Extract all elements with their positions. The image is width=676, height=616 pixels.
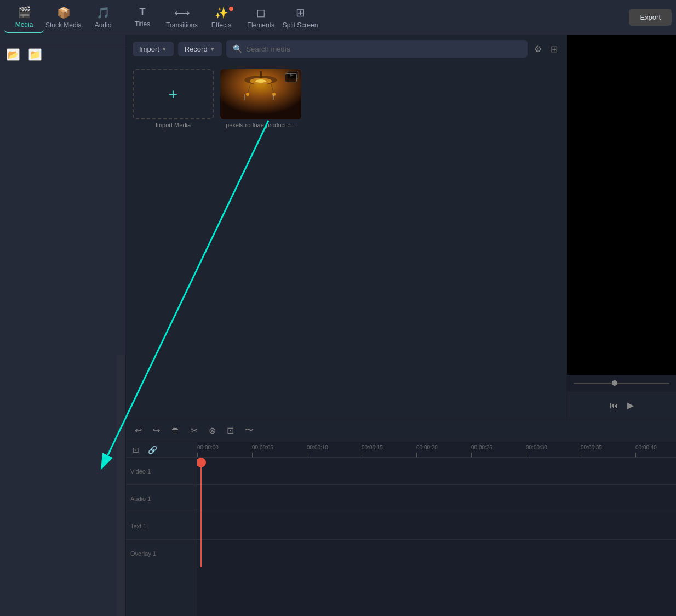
media-icon: 🎬: [18, 5, 31, 19]
export-button[interactable]: Export: [629, 9, 672, 26]
record-button[interactable]: Record ▼: [178, 42, 222, 56]
track-content-area: [197, 458, 676, 567]
effects-notification-dot: [229, 7, 233, 11]
track-row-audio: [197, 485, 676, 512]
waveform-button[interactable]: 〜: [243, 423, 256, 438]
nav-effects[interactable]: ✨ Effects: [202, 2, 241, 33]
top-navigation: 🎬 Media 📦 Stock Media 🎵 Audio T Titles ⟷…: [0, 0, 676, 35]
list-item[interactable]: pexels-rodnae-productio...: [220, 69, 301, 128]
nav-split-screen-label: Split Screen: [283, 21, 318, 29]
track-row-text: [197, 512, 676, 540]
crop-button[interactable]: ⊡: [225, 423, 236, 438]
sidebar-item-project-media[interactable]: ▼ Project Media (1): [2, 40, 123, 44]
content-area: Import ▼ Record ▼ 🔍 ⚙ ⊞: [126, 35, 676, 616]
nav-transitions[interactable]: ⟷ Transitions: [162, 2, 202, 33]
add-folder-button[interactable]: 📁: [28, 48, 42, 61]
timeline: ↩ ↪ 🗑 ✂ ⊗ ⊡ 〜 ⊡ 🔗: [126, 419, 676, 616]
transitions-icon: ⟷: [174, 6, 190, 19]
svg-rect-10: [273, 94, 274, 100]
nav-audio-label: Audio: [95, 21, 112, 29]
nav-media-label: Media: [15, 21, 33, 28]
fit-to-screen-button[interactable]: ⊡: [130, 443, 141, 457]
delete-button[interactable]: 🗑: [169, 424, 182, 438]
split-screen-icon: ⊞: [296, 6, 305, 19]
track-labels: ⊡ 🔗 Video 1 Audio 1 Text 1 Overlay 1: [126, 442, 197, 616]
redo-button[interactable]: ↪: [151, 423, 162, 438]
nav-stock-media[interactable]: 📦 Stock Media: [44, 2, 83, 33]
upper-area: Import ▼ Record ▼ 🔍 ⚙ ⊞: [126, 35, 676, 419]
preview-panel: ⏮ ▶: [566, 35, 676, 419]
nav-split-screen[interactable]: ⊞ Split Screen: [280, 2, 320, 33]
import-placeholder-thumb[interactable]: +: [133, 69, 214, 119]
svg-rect-9: [244, 94, 245, 100]
plus-icon: +: [169, 85, 177, 103]
ruler-mark-1: 00:00:05: [252, 444, 307, 457]
playhead[interactable]: [200, 458, 202, 567]
ruler-mark-0: 00:00:00: [197, 444, 252, 457]
step-back-button[interactable]: ⏮: [610, 401, 618, 410]
svg-point-7: [246, 93, 249, 96]
link-clips-button[interactable]: 🔗: [146, 443, 159, 457]
video-label: pexels-rodnae-productio...: [220, 122, 301, 128]
search-icon: 🔍: [233, 44, 242, 53]
ruler-marks-container: 00:00:00 00:00:05 00:00:10 00:00:15 00:0…: [197, 442, 676, 457]
preview-controls: ⏮ ▶: [567, 391, 676, 419]
media-browser: Import ▼ Record ▼ 🔍 ⚙ ⊞: [126, 35, 566, 419]
sidebar-collapse-button[interactable]: ◀: [117, 355, 125, 616]
audio-icon: 🎵: [96, 6, 110, 19]
nav-effects-label: Effects: [211, 21, 231, 29]
open-folder-button[interactable]: 📂: [7, 48, 20, 61]
track-label-video: Video 1: [126, 458, 197, 485]
search-input[interactable]: [247, 45, 521, 53]
elements-icon: ◻: [256, 6, 266, 19]
ruler-mark-6: 00:00:30: [526, 444, 581, 457]
track-row-video: [197, 458, 676, 485]
ruler-mark-4: 00:00:20: [416, 444, 471, 457]
volume-thumb[interactable]: [612, 380, 617, 386]
nav-titles-label: Titles: [135, 20, 150, 28]
timeline-controls-row: ⊡ 🔗: [126, 442, 197, 458]
video-thumbnail-image: [220, 69, 301, 119]
stock-media-icon: 📦: [57, 6, 71, 19]
ruler-mark-2: 00:00:10: [307, 444, 362, 457]
sidebar: ▼ Project Media (1) Folder (1) ▶ Shared …: [0, 35, 126, 616]
grid-view-button[interactable]: ⊞: [548, 42, 560, 56]
import-chevron-icon: ▼: [162, 46, 167, 52]
nav-elements[interactable]: ◻ Elements: [241, 2, 280, 33]
volume-slider-area: [567, 375, 676, 391]
timeline-toolbar: ↩ ↪ 🗑 ✂ ⊗ ⊡ 〜: [126, 419, 676, 442]
nav-audio[interactable]: 🎵 Audio: [83, 2, 123, 33]
track-label-overlay: Overlay 1: [126, 540, 197, 567]
nav-stock-media-label: Stock Media: [45, 21, 82, 29]
svg-rect-11: [287, 71, 298, 79]
track-label-text: Text 1: [126, 512, 197, 540]
preview-video-area: [567, 35, 676, 375]
import-label: Import: [139, 45, 159, 53]
timeline-body: ⊡ 🔗 Video 1 Audio 1 Text 1 Overlay 1: [126, 442, 676, 616]
video-thumb[interactable]: [220, 69, 301, 119]
undo-button[interactable]: ↩: [133, 423, 144, 438]
track-label-audio: Audio 1: [126, 485, 197, 512]
detach-audio-button[interactable]: ⊗: [207, 423, 218, 438]
timeline-ruler: 00:00:00 00:00:05 00:00:10 00:00:15 00:0…: [197, 442, 676, 458]
cut-button[interactable]: ✂: [188, 423, 200, 438]
list-item[interactable]: + Import Media: [133, 69, 214, 128]
effects-icon: ✨: [215, 6, 228, 19]
timeline-scroll-area[interactable]: 00:00:00 00:00:05 00:00:10 00:00:15 00:0…: [197, 442, 676, 616]
filter-button[interactable]: ⚙: [532, 42, 544, 56]
import-button[interactable]: Import ▼: [133, 42, 174, 56]
play-button[interactable]: ▶: [627, 400, 634, 410]
nav-media[interactable]: 🎬 Media: [4, 2, 44, 33]
ruler-mark-7: 00:00:35: [581, 444, 635, 457]
nav-titles[interactable]: T Titles: [123, 2, 162, 33]
svg-point-4: [255, 79, 266, 83]
record-chevron-icon: ▼: [210, 46, 215, 52]
ruler-mark-5: 00:00:25: [471, 444, 526, 457]
main-layout: ▼ Project Media (1) Folder (1) ▶ Shared …: [0, 35, 676, 616]
volume-track[interactable]: [574, 383, 669, 384]
ruler-mark-3: 00:00:15: [362, 444, 416, 457]
sidebar-tree: ▼ Project Media (1) Folder (1) ▶ Shared …: [0, 35, 125, 44]
media-toolbar: Import ▼ Record ▼ 🔍 ⚙ ⊞: [126, 35, 566, 62]
record-label: Record: [185, 45, 208, 53]
ruler-mark-8: 00:00:40: [635, 444, 676, 457]
